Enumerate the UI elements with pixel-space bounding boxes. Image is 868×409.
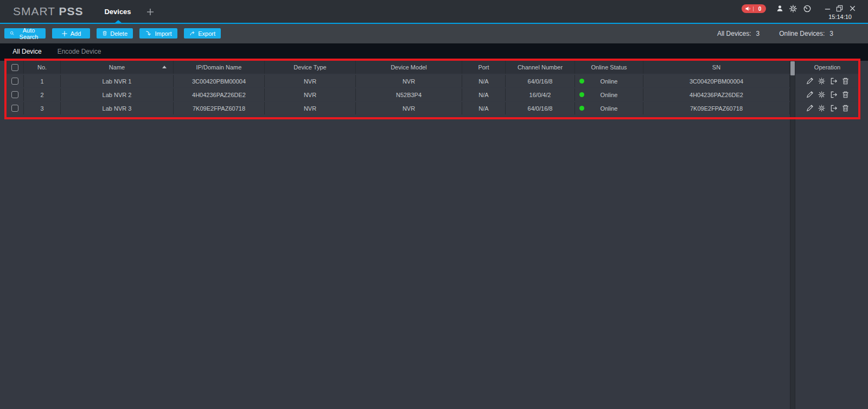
settings-button[interactable]	[788, 4, 797, 13]
user-account-button[interactable]	[775, 4, 784, 13]
auto-search-label: Auto Search	[17, 27, 40, 40]
row-select-cell	[7, 75, 24, 87]
cell-no: 1	[24, 75, 61, 87]
header-operation: Operation	[795, 61, 859, 74]
auto-search-button[interactable]: Auto Search	[4, 28, 46, 39]
table-row[interactable]: 1 Lab NVR 1 3C00420PBM00004 NVR NVR N/A …	[7, 75, 859, 87]
table-header-row: No. Name IP/Domain Name Device Type Devi…	[7, 61, 859, 74]
header-device-type[interactable]: Device Type	[265, 61, 356, 74]
online-status-dot	[579, 92, 584, 97]
table-row[interactable]: 3 Lab NVR 3 7K09E2FPAZ60718 NVR NVR N/A …	[7, 102, 859, 114]
cell-channel-number: 64/0/16/8	[506, 102, 575, 114]
vertical-scrollbar-thumb[interactable]	[790, 61, 795, 75]
config-gear-icon[interactable]	[817, 91, 826, 99]
add-device-button[interactable]: Add	[52, 28, 90, 39]
app-logo: SMART PSS	[13, 5, 84, 18]
delete-trash-icon[interactable]	[841, 104, 850, 113]
minimize-icon	[824, 5, 831, 12]
device-counters: All Devices: 3 Online Devices: 3	[717, 24, 833, 43]
export-button[interactable]: Export	[184, 28, 221, 39]
speaker-icon	[745, 5, 751, 12]
tab-all-device[interactable]: All Device	[4, 43, 50, 59]
header-device-model[interactable]: Device Model	[356, 61, 462, 74]
select-all-cell	[7, 61, 24, 74]
cell-device-type: NVR	[265, 102, 356, 114]
edit-icon[interactable]	[805, 104, 814, 113]
edit-icon[interactable]	[805, 77, 814, 86]
tab-encode-device[interactable]: Encode Device	[55, 43, 103, 59]
delete-device-button[interactable]: Delete	[97, 28, 133, 39]
logo-pss: PSS	[59, 5, 84, 17]
alarm-center-button[interactable]: 0	[742, 4, 766, 13]
cell-operation	[795, 88, 859, 101]
cell-operation	[795, 75, 859, 87]
device-table: No. Name IP/Domain Name Device Type Devi…	[7, 61, 859, 116]
close-icon	[849, 5, 856, 12]
scrollbar-gap	[790, 102, 795, 114]
minimize-button[interactable]	[823, 4, 832, 13]
new-tab-button[interactable]	[144, 6, 156, 18]
header-ip[interactable]: IP/Domain Name	[174, 61, 265, 74]
online-devices-count: 3	[829, 30, 833, 37]
select-all-checkbox[interactable]	[11, 64, 18, 71]
active-tab-notch	[115, 20, 122, 23]
header-name[interactable]: Name	[61, 61, 174, 74]
config-gear-icon[interactable]	[817, 77, 826, 86]
plus-icon	[61, 30, 68, 37]
import-label: Import	[155, 30, 171, 37]
toolbar-buttons: Auto Search Add Delete Import	[4, 28, 221, 39]
online-status-dot	[579, 106, 584, 111]
row-checkbox[interactable]	[11, 78, 18, 85]
cell-device-model: NVR	[356, 102, 462, 114]
delete-label: Delete	[110, 30, 127, 37]
header-port[interactable]: Port	[462, 61, 506, 74]
cell-sn: 7K09E2FPAZ60718	[643, 102, 790, 114]
performance-monitor-button[interactable]	[802, 4, 812, 13]
config-gear-icon[interactable]	[817, 104, 826, 113]
tab-devices[interactable]: Devices	[101, 0, 135, 23]
logout-icon[interactable]	[829, 77, 838, 86]
cell-no: 2	[24, 88, 61, 101]
import-button[interactable]: Import	[139, 28, 177, 39]
user-icon	[776, 4, 784, 12]
online-status-label: Online	[601, 92, 618, 98]
row-checkbox[interactable]	[11, 91, 18, 98]
cell-ip: 4H04236PAZ26DE2	[174, 88, 265, 101]
close-button[interactable]	[848, 4, 857, 13]
import-icon	[145, 30, 152, 37]
header-online-status[interactable]: Online Status	[575, 61, 643, 74]
edit-icon[interactable]	[805, 91, 814, 99]
header-channel-number[interactable]: Channel Number	[506, 61, 575, 74]
export-label: Export	[198, 30, 215, 37]
cell-port: N/A	[462, 102, 506, 114]
header-no[interactable]: No.	[24, 61, 61, 74]
add-label: Add	[71, 30, 81, 37]
clock-display: 15:14:10	[828, 14, 852, 20]
search-icon	[10, 30, 15, 37]
alarm-count-badge: 0	[754, 6, 766, 12]
cell-online-status: Online	[575, 75, 643, 87]
table-row[interactable]: 2 Lab NVR 2 4H04236PAZ26DE2 NVR N52B3P4 …	[7, 88, 859, 101]
tab-all-device-label: All Device	[12, 48, 41, 55]
header-sn[interactable]: SN	[643, 61, 790, 74]
cell-sn: 4H04236PAZ26DE2	[643, 88, 790, 101]
delete-trash-icon[interactable]	[841, 91, 850, 99]
restore-button[interactable]	[835, 4, 844, 13]
cell-channel-number: 64/0/16/8	[506, 75, 575, 87]
row-checkbox[interactable]	[11, 105, 18, 112]
sort-ascending-icon	[162, 66, 167, 68]
logout-icon[interactable]	[829, 91, 838, 99]
cell-device-type: NVR	[265, 75, 356, 87]
online-status-dot	[579, 79, 584, 84]
cell-no: 3	[24, 102, 61, 114]
logout-icon[interactable]	[829, 104, 838, 113]
cell-online-status: Online	[575, 88, 643, 101]
all-devices-count: 3	[756, 30, 760, 37]
restore-icon	[836, 5, 843, 12]
delete-trash-icon[interactable]	[841, 77, 850, 86]
tab-devices-label: Devices	[104, 8, 131, 16]
scrollbar-gap	[790, 75, 795, 87]
online-devices-label: Online Devices:	[779, 30, 825, 37]
cell-ip: 7K09E2FPAZ60718	[174, 102, 265, 114]
device-list-area: No. Name IP/Domain Name Device Type Devi…	[0, 61, 868, 409]
